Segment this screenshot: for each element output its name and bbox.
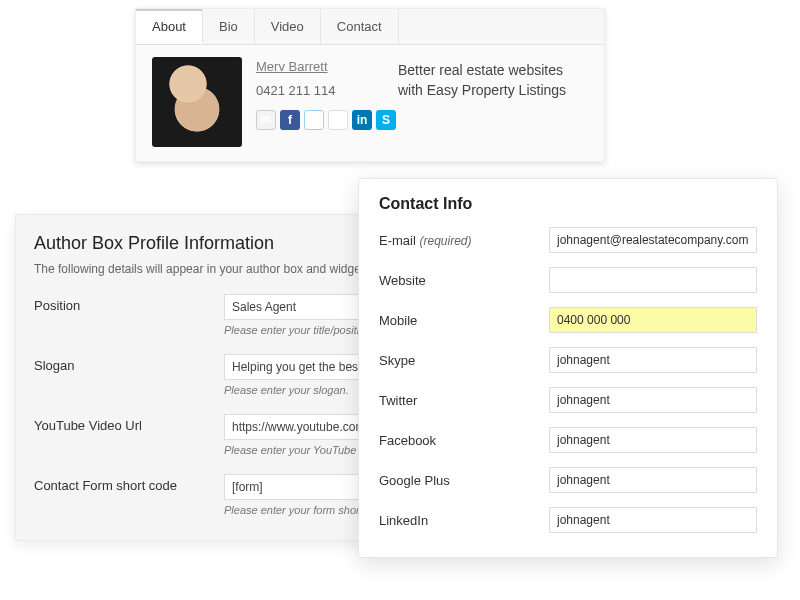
tab-bio[interactable]: Bio: [203, 9, 255, 44]
social-icons: ✉ f t ⊞ in S: [256, 110, 398, 130]
linkedin-icon[interactable]: in: [352, 110, 372, 130]
youtube-label: YouTube Video Url: [34, 414, 224, 433]
contact-info-panel: Contact Info E-mail (required) Website M…: [358, 178, 778, 558]
twitter-label: Twitter: [379, 393, 549, 408]
website-input[interactable]: [549, 267, 757, 293]
google-plus-label: Google Plus: [379, 473, 549, 488]
contact-form-label: Contact Form short code: [34, 474, 224, 493]
linkedin-label: LinkedIn: [379, 513, 549, 528]
contact-info-title: Contact Info: [379, 195, 757, 213]
google-plus-icon[interactable]: ⊞: [328, 110, 348, 130]
google-plus-input[interactable]: [549, 467, 757, 493]
facebook-icon[interactable]: f: [280, 110, 300, 130]
skype-icon[interactable]: S: [376, 110, 396, 130]
avatar: [152, 57, 242, 147]
linkedin-input[interactable]: [549, 507, 757, 533]
website-label: Website: [379, 273, 549, 288]
author-phone: 0421 211 114: [256, 83, 398, 98]
field-linkedin: LinkedIn: [379, 507, 757, 533]
field-mobile: Mobile: [379, 307, 757, 333]
email-input[interactable]: [549, 227, 757, 253]
skype-label: Skype: [379, 353, 549, 368]
field-facebook: Facebook: [379, 427, 757, 453]
tab-contact[interactable]: Contact: [321, 9, 399, 44]
email-label: E-mail (required): [379, 233, 549, 248]
author-card: About Bio Video Contact Merv Barrett 042…: [135, 8, 605, 162]
twitter-input[interactable]: [549, 387, 757, 413]
tab-about[interactable]: About: [136, 9, 203, 44]
slogan-label: Slogan: [34, 354, 224, 373]
mobile-label: Mobile: [379, 313, 549, 328]
skype-input[interactable]: [549, 347, 757, 373]
position-label: Position: [34, 294, 224, 313]
tab-video[interactable]: Video: [255, 9, 321, 44]
field-website: Website: [379, 267, 757, 293]
mobile-input[interactable]: [549, 307, 757, 333]
author-slogan: Better real estate websites with Easy Pr…: [398, 61, 588, 100]
field-twitter: Twitter: [379, 387, 757, 413]
facebook-label: Facebook: [379, 433, 549, 448]
author-name-link[interactable]: Merv Barrett: [256, 59, 328, 74]
field-skype: Skype: [379, 347, 757, 373]
facebook-input[interactable]: [549, 427, 757, 453]
field-google-plus: Google Plus: [379, 467, 757, 493]
field-email: E-mail (required): [379, 227, 757, 253]
mail-icon[interactable]: ✉: [256, 110, 276, 130]
card-tabs: About Bio Video Contact: [136, 9, 604, 45]
twitter-icon[interactable]: t: [304, 110, 324, 130]
